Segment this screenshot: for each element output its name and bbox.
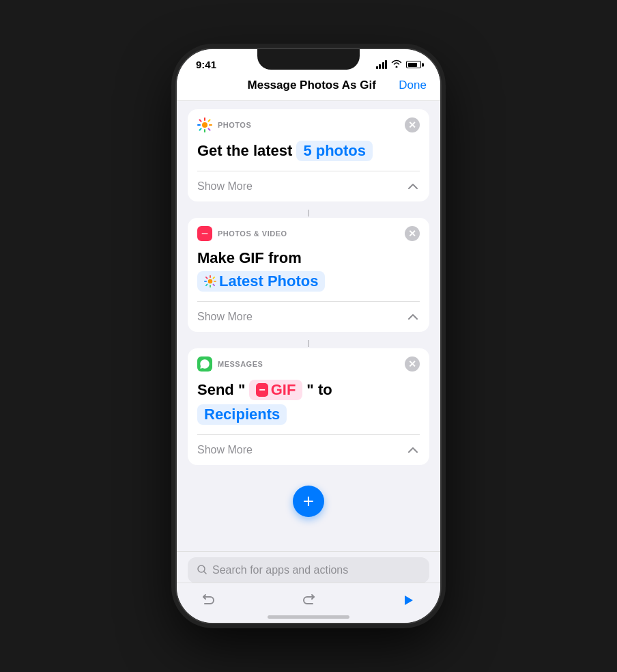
photos-card-body: Get the latest 5 photos <box>188 138 429 171</box>
photos-card-header: PHOTOS ✕ <box>188 109 429 138</box>
photos-video-token-label: Latest Photos <box>219 272 318 290</box>
svg-line-6 <box>208 128 210 130</box>
photos-video-card: − PHOTOS & VIDEO ✕ Make GIF from <box>188 218 429 332</box>
gif-token-icon: − <box>256 383 268 397</box>
svg-point-9 <box>208 279 213 284</box>
svg-line-15 <box>213 285 214 286</box>
photos-video-card-body: Make GIF from <box>188 247 429 301</box>
photos-video-section-label: PHOTOS & VIDEO <box>218 229 405 238</box>
photos-video-token[interactable]: Latest Photos <box>197 271 325 292</box>
home-indicator <box>268 615 349 619</box>
photos-video-footer[interactable]: Show More <box>188 302 429 332</box>
photos-video-show-more: Show More <box>197 311 253 323</box>
photos-video-chevron-icon <box>406 310 420 324</box>
photos-section-label: PHOTOS <box>218 121 405 129</box>
gif-token-label: GIF <box>271 381 296 399</box>
search-bar[interactable]: Search for apps and actions <box>188 557 429 583</box>
photos-video-icon: − <box>197 226 212 241</box>
redo-button[interactable] <box>297 589 320 612</box>
wifi-icon <box>391 59 402 70</box>
done-button[interactable]: Done <box>399 79 427 92</box>
messages-section-label: MESSAGES <box>218 360 405 368</box>
photos-token[interactable]: 5 photos <box>296 141 373 161</box>
svg-line-14 <box>206 277 207 279</box>
photos-video-body-text: Make GIF from <box>197 249 302 267</box>
svg-line-7 <box>208 120 210 122</box>
play-button[interactable] <box>397 589 420 612</box>
photos-token-label: 5 photos <box>303 142 366 160</box>
connector-1 <box>188 208 429 218</box>
photos-video-close-button[interactable]: ✕ <box>405 226 420 241</box>
photos-card: PHOTOS ✕ Get the latest 5 photos Show Mo… <box>188 109 429 201</box>
photos-footer[interactable]: Show More <box>188 171 429 201</box>
page-title: Message Photos As Gif <box>248 79 376 92</box>
svg-point-0 <box>202 122 207 128</box>
messages-close-button[interactable]: ✕ <box>405 356 420 372</box>
messages-card-body: Send " − GIF " to Recipients <box>188 377 429 434</box>
phone-frame: 9:41 Message Photos As Gif Do <box>175 48 442 624</box>
recipients-token-label: Recipients <box>204 406 280 423</box>
latest-photos-token-icon <box>204 275 216 288</box>
messages-card-header: MESSAGES ✕ <box>188 348 429 377</box>
status-icons <box>376 59 422 70</box>
photos-show-more: Show More <box>197 180 253 193</box>
recipients-token[interactable]: Recipients <box>197 404 287 425</box>
svg-line-17 <box>206 285 207 286</box>
svg-line-16 <box>213 277 214 279</box>
battery-icon <box>406 61 421 68</box>
connector-2 <box>188 339 429 348</box>
undo-button[interactable] <box>197 589 220 612</box>
nav-bar: Message Photos As Gif Done <box>177 73 440 101</box>
signal-icon <box>376 60 388 69</box>
gif-token[interactable]: − GIF <box>249 380 302 400</box>
messages-card: MESSAGES ✕ Send " − GIF " to Recipients … <box>188 348 429 465</box>
photos-body-text: Get the latest <box>197 142 292 160</box>
svg-line-19 <box>204 572 206 574</box>
content-area: PHOTOS ✕ Get the latest 5 photos Show Mo… <box>177 101 440 572</box>
messages-body-mid: " to <box>306 381 332 399</box>
photos-icon <box>197 117 212 132</box>
notch <box>257 49 360 70</box>
messages-footer[interactable]: Show More <box>188 435 429 465</box>
add-action-icon: + <box>303 492 314 511</box>
photos-video-card-header: − PHOTOS & VIDEO ✕ <box>188 218 429 247</box>
search-placeholder: Search for apps and actions <box>212 564 348 576</box>
add-action-button[interactable]: + <box>293 486 324 517</box>
messages-chevron-icon <box>406 443 420 457</box>
messages-body-pre: Send " <box>197 381 245 399</box>
add-action-area: + <box>188 472 429 531</box>
svg-line-5 <box>200 120 201 122</box>
photos-chevron-icon <box>406 180 420 193</box>
svg-line-8 <box>200 128 201 130</box>
photos-close-button[interactable]: ✕ <box>405 117 420 132</box>
messages-show-more: Show More <box>197 444 253 456</box>
search-icon <box>197 565 207 576</box>
messages-icon <box>197 356 212 372</box>
status-time: 9:41 <box>196 59 216 70</box>
